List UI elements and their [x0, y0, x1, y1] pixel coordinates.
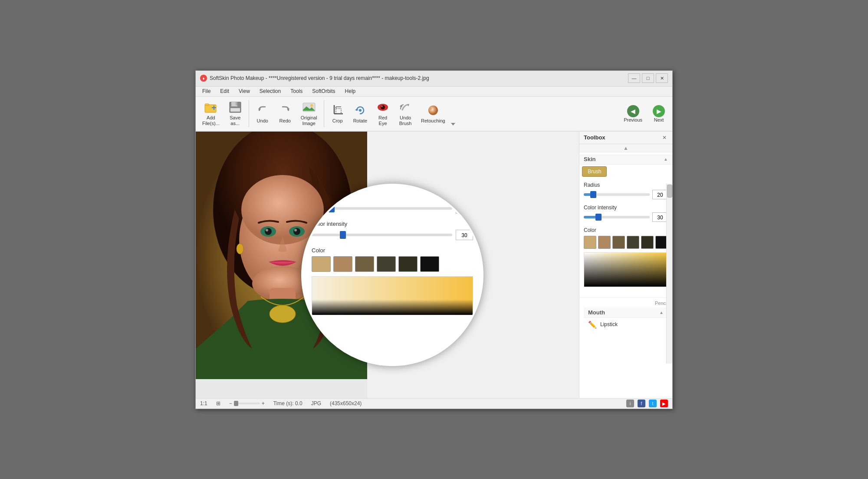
- maximize-button[interactable]: □: [642, 73, 654, 83]
- color-picker-tb[interactable]: [584, 252, 668, 287]
- color-swatch-3[interactable]: [612, 236, 625, 249]
- retouching-label: Retouching: [421, 118, 445, 124]
- zoom-slider-thumb[interactable]: [234, 401, 238, 406]
- radius-param-label: Radius: [584, 182, 668, 188]
- color-intensity-thumb-tb[interactable]: [595, 214, 602, 221]
- save-as-button[interactable]: Saveas...: [224, 99, 246, 129]
- undo-label: Undo: [257, 118, 268, 124]
- radius-value-tb[interactable]: 20: [652, 190, 668, 199]
- swatch-5[interactable]: [398, 256, 418, 272]
- toolbox-close-button[interactable]: ✕: [661, 134, 668, 141]
- status-bar: 1:1 ⊞ − + Time (s): 0.0 JPG (435x650x24)…: [196, 398, 672, 409]
- mouth-section-arrow[interactable]: ▲: [659, 310, 664, 315]
- skin-section: Skin ▲ Brush Radius: [579, 152, 672, 297]
- swatch-2[interactable]: [333, 256, 352, 272]
- menu-selection[interactable]: Selection: [256, 87, 285, 96]
- facebook-icon[interactable]: f: [638, 400, 645, 407]
- zoom-slider[interactable]: [234, 403, 260, 404]
- toolbar-separator-2: [324, 100, 324, 127]
- previous-button[interactable]: ◀ Previous: [620, 103, 646, 125]
- svg-rect-3: [214, 106, 214, 110]
- svg-rect-6: [236, 102, 237, 106]
- previous-label: Previous: [624, 117, 642, 122]
- red-eye-icon: [376, 101, 390, 115]
- crop-button[interactable]: Crop: [327, 99, 349, 129]
- brush-tab[interactable]: Brush: [582, 166, 607, 177]
- radius-slider[interactable]: [312, 207, 452, 210]
- toolbox-scroll-up[interactable]: ▲: [579, 144, 672, 152]
- toolbar-nav: ◀ Previous ▶ Next: [620, 99, 670, 129]
- color-swatch-2[interactable]: [598, 236, 611, 249]
- color-picker[interactable]: [312, 276, 473, 315]
- file-size: (435x650x24): [330, 400, 362, 406]
- color-intensity-slider[interactable]: [312, 234, 452, 236]
- title-bar-buttons: — □ ✕: [628, 73, 668, 83]
- radius-track[interactable]: [584, 193, 650, 196]
- rotate-button[interactable]: Rotate: [349, 99, 371, 129]
- menu-edit[interactable]: Edit: [216, 87, 233, 96]
- color-intensity-value[interactable]: 30: [456, 230, 473, 240]
- skin-section-arrow[interactable]: ▲: [664, 157, 668, 162]
- color-intensity-label: Color intensity: [312, 221, 473, 227]
- menu-help[interactable]: Help: [341, 87, 360, 96]
- minimize-button[interactable]: —: [628, 73, 640, 83]
- red-eye-button[interactable]: RedEye: [372, 99, 394, 129]
- twitter-icon[interactable]: t: [649, 400, 657, 407]
- menu-view[interactable]: View: [235, 87, 254, 96]
- color-intensity-thumb[interactable]: [340, 231, 346, 239]
- color-swatch-1[interactable]: [584, 236, 596, 249]
- image-panel: Radius 20 Color intensity: [196, 132, 579, 398]
- save-as-label: Saveas...: [230, 115, 240, 126]
- undo-brush-button[interactable]: UndoBrush: [395, 99, 416, 129]
- mouth-section-header: Mouth ▲: [584, 307, 668, 318]
- swatch-3[interactable]: [355, 256, 374, 272]
- toolbar-dropdown[interactable]: [450, 119, 456, 126]
- swatch-1[interactable]: [312, 256, 331, 272]
- svg-point-39: [237, 244, 243, 254]
- redo-button[interactable]: Redo: [274, 99, 296, 129]
- toolbox-panel: Toolbox ✕ ▲ Skin ▲ Brush Radius: [579, 132, 672, 398]
- close-button[interactable]: ✕: [656, 73, 668, 83]
- time-label: Time (s):: [273, 400, 294, 406]
- youtube-icon[interactable]: ▶: [660, 400, 668, 407]
- next-button[interactable]: ▶ Next: [648, 103, 670, 125]
- swatch-4[interactable]: [377, 256, 396, 272]
- original-image-button[interactable]: OriginalImage: [297, 99, 321, 129]
- toolbar-separator-1: [249, 100, 249, 127]
- radius-thumb[interactable]: [329, 205, 335, 212]
- color-swatch-4[interactable]: [627, 236, 639, 249]
- app-icon: ♦: [200, 75, 207, 82]
- menu-tools[interactable]: Tools: [286, 87, 306, 96]
- add-files-button[interactable]: AddFile(s)...: [198, 99, 224, 129]
- color-picker-gradient: [584, 253, 667, 287]
- svg-point-40: [270, 305, 296, 323]
- retouching-button[interactable]: Retouching: [417, 99, 449, 129]
- toolbox-scrollbar[interactable]: [666, 184, 672, 363]
- scrollbar-thumb[interactable]: [667, 185, 672, 198]
- radius-thumb-tb[interactable]: [590, 191, 596, 198]
- title-bar-left: ♦ SoftSkin Photo Makeup - ****Unregister…: [200, 75, 429, 82]
- color-intensity-section: Color intensity 30: [312, 221, 473, 240]
- menu-file[interactable]: File: [198, 87, 214, 96]
- undo-button[interactable]: Undo: [252, 99, 273, 129]
- menu-softorbits[interactable]: SoftOrbits: [308, 87, 339, 96]
- crop-label: Crop: [332, 118, 343, 124]
- zoom-slider-area: − +: [229, 400, 265, 406]
- color-swatch-5[interactable]: [641, 236, 654, 249]
- svg-rect-0: [205, 105, 216, 112]
- rotate-icon: [353, 103, 367, 117]
- swatch-6[interactable]: [420, 256, 439, 272]
- color-param-row: Color: [584, 227, 668, 287]
- zoom-plus-icon[interactable]: +: [262, 400, 265, 406]
- time-display: Time (s): 0.0: [273, 400, 302, 406]
- zoom-minus-icon[interactable]: −: [229, 400, 232, 406]
- magnify-overlay: Radius 20 Color intensity: [301, 184, 483, 366]
- retouching-icon: [426, 103, 440, 117]
- info-icon[interactable]: i: [626, 400, 634, 407]
- undo-brush-label: UndoBrush: [399, 115, 412, 126]
- red-eye-label: RedEye: [378, 115, 387, 126]
- toolbox-bottom: Pencil Mouth ▲ ✏️ Lipstick: [579, 297, 672, 334]
- color-intensity-value-tb[interactable]: 30: [652, 212, 668, 222]
- color-intensity-track[interactable]: [584, 216, 650, 218]
- svg-rect-7: [230, 108, 240, 112]
